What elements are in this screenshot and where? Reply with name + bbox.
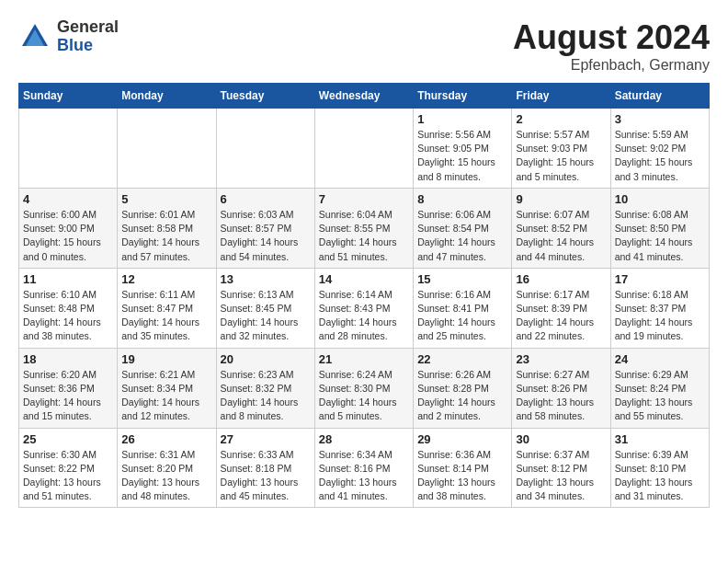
logo-text: General Blue bbox=[57, 18, 119, 55]
week-row-3: 11Sunrise: 6:10 AM Sunset: 8:48 PM Dayli… bbox=[19, 268, 710, 348]
header-day-sunday: Sunday bbox=[19, 84, 118, 109]
day-cell: 6Sunrise: 6:03 AM Sunset: 8:57 PM Daylig… bbox=[216, 188, 314, 268]
day-cell: 23Sunrise: 6:27 AM Sunset: 8:26 PM Dayli… bbox=[512, 348, 610, 428]
day-cell: 25Sunrise: 6:30 AM Sunset: 8:22 PM Dayli… bbox=[19, 428, 118, 508]
day-number: 2 bbox=[516, 112, 606, 126]
day-cell: 26Sunrise: 6:31 AM Sunset: 8:20 PM Dayli… bbox=[118, 428, 216, 508]
header-row: SundayMondayTuesdayWednesdayThursdayFrid… bbox=[19, 84, 710, 109]
day-cell: 4Sunrise: 6:00 AM Sunset: 9:00 PM Daylig… bbox=[19, 188, 118, 268]
day-detail: Sunrise: 6:30 AM Sunset: 8:22 PM Dayligh… bbox=[23, 448, 113, 504]
day-cell bbox=[118, 109, 216, 189]
day-cell: 28Sunrise: 6:34 AM Sunset: 8:16 PM Dayli… bbox=[314, 428, 413, 508]
logo-general: General bbox=[57, 18, 119, 37]
day-detail: Sunrise: 6:26 AM Sunset: 8:28 PM Dayligh… bbox=[417, 368, 507, 424]
day-detail: Sunrise: 6:08 AM Sunset: 8:50 PM Dayligh… bbox=[615, 208, 705, 264]
day-detail: Sunrise: 6:10 AM Sunset: 8:48 PM Dayligh… bbox=[23, 288, 113, 344]
day-number: 25 bbox=[23, 432, 113, 446]
day-detail: Sunrise: 5:56 AM Sunset: 9:05 PM Dayligh… bbox=[417, 128, 507, 184]
day-cell: 24Sunrise: 6:29 AM Sunset: 8:24 PM Dayli… bbox=[610, 348, 709, 428]
day-number: 10 bbox=[615, 192, 705, 206]
day-detail: Sunrise: 5:57 AM Sunset: 9:03 PM Dayligh… bbox=[516, 128, 606, 184]
header-day-friday: Friday bbox=[512, 84, 610, 109]
day-detail: Sunrise: 6:36 AM Sunset: 8:14 PM Dayligh… bbox=[417, 448, 507, 504]
day-detail: Sunrise: 6:01 AM Sunset: 8:58 PM Dayligh… bbox=[121, 208, 211, 264]
header-day-tuesday: Tuesday bbox=[216, 84, 314, 109]
day-cell: 13Sunrise: 6:13 AM Sunset: 8:45 PM Dayli… bbox=[216, 268, 314, 348]
day-cell: 16Sunrise: 6:17 AM Sunset: 8:39 PM Dayli… bbox=[512, 268, 610, 348]
day-number: 11 bbox=[23, 272, 113, 286]
day-detail: Sunrise: 6:37 AM Sunset: 8:12 PM Dayligh… bbox=[516, 448, 606, 504]
day-cell: 12Sunrise: 6:11 AM Sunset: 8:47 PM Dayli… bbox=[118, 268, 216, 348]
day-number: 23 bbox=[516, 352, 606, 366]
day-detail: Sunrise: 6:03 AM Sunset: 8:57 PM Dayligh… bbox=[221, 208, 311, 264]
day-detail: Sunrise: 5:59 AM Sunset: 9:02 PM Dayligh… bbox=[615, 128, 705, 184]
day-number: 8 bbox=[417, 192, 507, 206]
day-cell: 27Sunrise: 6:33 AM Sunset: 8:18 PM Dayli… bbox=[216, 428, 314, 508]
day-detail: Sunrise: 6:34 AM Sunset: 8:16 PM Dayligh… bbox=[319, 448, 409, 504]
day-number: 7 bbox=[319, 192, 409, 206]
logo-icon bbox=[18, 20, 51, 53]
day-cell: 9Sunrise: 6:07 AM Sunset: 8:52 PM Daylig… bbox=[512, 188, 610, 268]
title-location: Epfenbach, Germany bbox=[513, 57, 710, 74]
week-row-5: 25Sunrise: 6:30 AM Sunset: 8:22 PM Dayli… bbox=[19, 428, 710, 508]
header-day-monday: Monday bbox=[118, 84, 216, 109]
day-detail: Sunrise: 6:17 AM Sunset: 8:39 PM Dayligh… bbox=[516, 288, 606, 344]
day-cell: 29Sunrise: 6:36 AM Sunset: 8:14 PM Dayli… bbox=[414, 428, 512, 508]
day-detail: Sunrise: 6:20 AM Sunset: 8:36 PM Dayligh… bbox=[23, 368, 113, 424]
day-cell: 21Sunrise: 6:24 AM Sunset: 8:30 PM Dayli… bbox=[314, 348, 413, 428]
header-day-saturday: Saturday bbox=[610, 84, 709, 109]
day-number: 28 bbox=[319, 432, 409, 446]
week-row-1: 1Sunrise: 5:56 AM Sunset: 9:05 PM Daylig… bbox=[19, 109, 710, 189]
day-number: 19 bbox=[121, 352, 211, 366]
day-cell: 1Sunrise: 5:56 AM Sunset: 9:05 PM Daylig… bbox=[414, 109, 512, 189]
day-number: 14 bbox=[319, 272, 409, 286]
day-number: 17 bbox=[615, 272, 705, 286]
day-cell: 18Sunrise: 6:20 AM Sunset: 8:36 PM Dayli… bbox=[19, 348, 118, 428]
day-number: 22 bbox=[417, 352, 507, 366]
day-detail: Sunrise: 6:00 AM Sunset: 9:00 PM Dayligh… bbox=[23, 208, 113, 264]
day-number: 24 bbox=[615, 352, 705, 366]
day-cell bbox=[314, 109, 413, 189]
day-detail: Sunrise: 6:18 AM Sunset: 8:37 PM Dayligh… bbox=[615, 288, 705, 344]
day-cell: 20Sunrise: 6:23 AM Sunset: 8:32 PM Dayli… bbox=[216, 348, 314, 428]
day-detail: Sunrise: 6:04 AM Sunset: 8:55 PM Dayligh… bbox=[319, 208, 409, 264]
day-number: 5 bbox=[121, 192, 211, 206]
day-detail: Sunrise: 6:24 AM Sunset: 8:30 PM Dayligh… bbox=[319, 368, 409, 424]
header-day-thursday: Thursday bbox=[414, 84, 512, 109]
day-cell: 10Sunrise: 6:08 AM Sunset: 8:50 PM Dayli… bbox=[610, 188, 709, 268]
day-number: 31 bbox=[615, 432, 705, 446]
page-header: General Blue August 2024 Epfenbach, Germ… bbox=[18, 18, 710, 74]
day-detail: Sunrise: 6:13 AM Sunset: 8:45 PM Dayligh… bbox=[221, 288, 311, 344]
day-detail: Sunrise: 6:11 AM Sunset: 8:47 PM Dayligh… bbox=[121, 288, 211, 344]
day-detail: Sunrise: 6:23 AM Sunset: 8:32 PM Dayligh… bbox=[221, 368, 311, 424]
day-number: 20 bbox=[221, 352, 311, 366]
day-number: 13 bbox=[221, 272, 311, 286]
day-cell: 3Sunrise: 5:59 AM Sunset: 9:02 PM Daylig… bbox=[610, 109, 709, 189]
week-row-4: 18Sunrise: 6:20 AM Sunset: 8:36 PM Dayli… bbox=[19, 348, 710, 428]
day-number: 12 bbox=[121, 272, 211, 286]
day-number: 15 bbox=[417, 272, 507, 286]
day-number: 18 bbox=[23, 352, 113, 366]
day-cell: 14Sunrise: 6:14 AM Sunset: 8:43 PM Dayli… bbox=[314, 268, 413, 348]
week-row-2: 4Sunrise: 6:00 AM Sunset: 9:00 PM Daylig… bbox=[19, 188, 710, 268]
day-cell: 17Sunrise: 6:18 AM Sunset: 8:37 PM Dayli… bbox=[610, 268, 709, 348]
calendar-body: 1Sunrise: 5:56 AM Sunset: 9:05 PM Daylig… bbox=[19, 109, 710, 508]
day-cell: 30Sunrise: 6:37 AM Sunset: 8:12 PM Dayli… bbox=[512, 428, 610, 508]
day-cell: 2Sunrise: 5:57 AM Sunset: 9:03 PM Daylig… bbox=[512, 109, 610, 189]
logo: General Blue bbox=[18, 18, 119, 55]
header-day-wednesday: Wednesday bbox=[314, 84, 413, 109]
day-number: 4 bbox=[23, 192, 113, 206]
day-cell: 7Sunrise: 6:04 AM Sunset: 8:55 PM Daylig… bbox=[314, 188, 413, 268]
day-detail: Sunrise: 6:16 AM Sunset: 8:41 PM Dayligh… bbox=[417, 288, 507, 344]
day-detail: Sunrise: 6:21 AM Sunset: 8:34 PM Dayligh… bbox=[121, 368, 211, 424]
day-detail: Sunrise: 6:06 AM Sunset: 8:54 PM Dayligh… bbox=[417, 208, 507, 264]
day-number: 29 bbox=[417, 432, 507, 446]
day-cell: 31Sunrise: 6:39 AM Sunset: 8:10 PM Dayli… bbox=[610, 428, 709, 508]
day-cell: 8Sunrise: 6:06 AM Sunset: 8:54 PM Daylig… bbox=[414, 188, 512, 268]
day-number: 21 bbox=[319, 352, 409, 366]
day-cell bbox=[216, 109, 314, 189]
day-number: 3 bbox=[615, 112, 705, 126]
calendar-header: SundayMondayTuesdayWednesdayThursdayFrid… bbox=[19, 84, 710, 109]
title-month: August 2024 bbox=[513, 18, 710, 57]
day-number: 30 bbox=[516, 432, 606, 446]
